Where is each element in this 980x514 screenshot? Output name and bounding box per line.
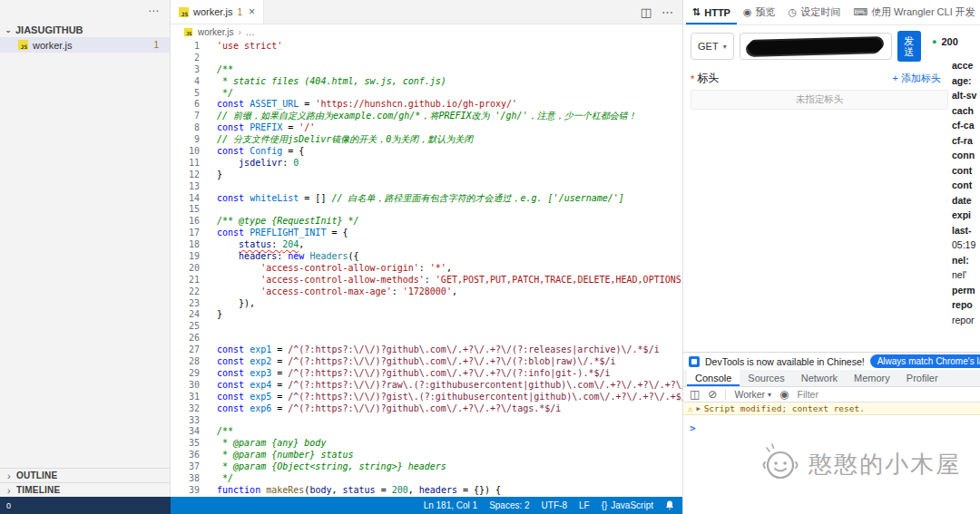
send-button[interactable]: 发送 bbox=[897, 31, 921, 62]
line-number: 10 bbox=[171, 146, 200, 158]
response-header-line: cont bbox=[952, 163, 980, 179]
status-ok-dot-icon: ● bbox=[932, 37, 936, 46]
code-line[interactable]: 19 headers: new Headers({ bbox=[171, 251, 682, 263]
outline-section-header[interactable]: › OUTLINE bbox=[0, 468, 170, 482]
timeline-label: TIMELINE bbox=[16, 485, 60, 495]
code-line[interactable]: 1'use strict' bbox=[171, 41, 682, 53]
code-line[interactable]: 6const ASSET_URL = 'https://hunshcn.gith… bbox=[171, 99, 682, 111]
code-line[interactable]: 36 * @param {number} status bbox=[171, 450, 682, 461]
timeline-section-header[interactable]: › TIMELINE bbox=[0, 482, 170, 497]
code-line[interactable]: 27const exp1 = /^(?:https?:\/\/)?github\… bbox=[171, 344, 682, 356]
line-number: 3 bbox=[171, 64, 200, 76]
code-line[interactable]: 31const exp5 = /^(?:https?:\/\/)?gist\.(… bbox=[171, 392, 682, 403]
code-line[interactable]: 37 * @param {Object<string, string>} hea… bbox=[171, 461, 682, 473]
console-filter-input[interactable]: Filter bbox=[798, 389, 818, 400]
statusbar-left-segment[interactable]: 0 bbox=[0, 497, 171, 514]
more-actions-icon[interactable]: ⋯ bbox=[148, 5, 159, 17]
code-line[interactable]: 21 'access-control-allow-methods': 'GET,… bbox=[171, 275, 682, 286]
code-line[interactable]: 38 */ bbox=[171, 473, 682, 485]
code-line[interactable]: 16/** @type {RequestInit} */ bbox=[171, 216, 682, 228]
code-line[interactable]: 18 status: 204, bbox=[171, 239, 682, 251]
code-line[interactable]: 35 * @param {any} body bbox=[171, 438, 682, 450]
devtools-tab-network[interactable]: Network bbox=[793, 370, 846, 386]
tab-workerjs[interactable]: JS worker.js 1 × bbox=[171, 0, 264, 24]
response-header-line: date bbox=[952, 193, 980, 209]
line-content: const exp6 = /^(?:https?:\/\/)?github\.c… bbox=[200, 403, 561, 415]
code-line[interactable]: 28const exp2 = /^(?:https?:\/\/)?github\… bbox=[171, 356, 682, 368]
code-line[interactable]: 3/** bbox=[171, 64, 682, 76]
clear-console-icon[interactable]: ⊘ bbox=[708, 389, 717, 400]
code-line[interactable]: 25 bbox=[171, 321, 682, 333]
worker-quick-edit-panel: ⇅HTTP◉预览◷设定时间⌨使用 Wrangler CLI 开发 GET ▾ 发… bbox=[682, 0, 980, 514]
code-line[interactable]: 7// 前缀，如果自定义路由为example.com/gh/*，将PREFIX改… bbox=[171, 111, 682, 122]
editor-actions: ◫ ⋯ bbox=[641, 0, 682, 24]
statusbar-item[interactable]: Spaces: 2 bbox=[489, 500, 529, 510]
line-number: 4 bbox=[171, 76, 200, 88]
code-line[interactable]: 30const exp4 = /^(?:https?:\/\/)?raw\.(?… bbox=[171, 380, 682, 392]
statusbar-item[interactable]: LF bbox=[579, 500, 590, 510]
method-select[interactable]: GET ▾ bbox=[691, 33, 734, 60]
code-line[interactable]: 13 bbox=[171, 181, 682, 193]
console-prompt-area[interactable]: > bbox=[683, 415, 980, 435]
statusbar-language[interactable]: {} JavaScript bbox=[602, 500, 653, 510]
chevron-down-icon: ▾ bbox=[723, 43, 727, 51]
devtools-tab-memory[interactable]: Memory bbox=[846, 370, 898, 386]
devtools-logo-icon bbox=[689, 356, 700, 367]
code-line[interactable]: 23 }), bbox=[171, 298, 682, 310]
expand-arrow-icon[interactable]: ▶ bbox=[696, 405, 700, 412]
chevron-down-icon: ▾ bbox=[768, 391, 771, 399]
split-editor-icon[interactable]: ◫ bbox=[641, 5, 652, 19]
bell-icon[interactable] bbox=[665, 500, 674, 510]
code-line[interactable]: 34/** bbox=[171, 426, 682, 438]
url-input[interactable] bbox=[740, 33, 892, 60]
tab-wrangler[interactable]: ⌨使用 Wrangler CLI 开发 bbox=[847, 0, 980, 24]
close-icon[interactable]: × bbox=[249, 5, 255, 18]
code-line[interactable]: 9// 分支文件使用jsDelivr镜像的开关，0为关闭，默认为关闭 bbox=[171, 134, 682, 146]
code-line[interactable]: 5 */ bbox=[171, 88, 682, 100]
devtools-tab-sources[interactable]: Sources bbox=[740, 370, 792, 386]
code-line[interactable]: 26 bbox=[171, 333, 682, 344]
tab-schedule[interactable]: ◷设定时间 bbox=[782, 0, 848, 24]
code-line[interactable]: 8const PREFIX = '/' bbox=[171, 122, 682, 134]
line-content: } bbox=[200, 170, 222, 181]
breadcrumb-more[interactable]: … bbox=[246, 27, 255, 37]
statusbar-item[interactable]: UTF-8 bbox=[542, 500, 567, 510]
code-line[interactable]: 24} bbox=[171, 309, 682, 321]
code-line[interactable]: 39function makeRes(body, status = 200, h… bbox=[171, 485, 682, 497]
breadcrumb[interactable]: JS worker.js › … bbox=[171, 24, 682, 39]
devtools-tab-console[interactable]: Console bbox=[687, 370, 740, 386]
statusbar-item[interactable]: Ln 181, Col 1 bbox=[424, 500, 478, 510]
devtools-console-toolbar: ◫ ⊘ Worker ▾ ◉ Filter bbox=[683, 387, 980, 402]
console-sidebar-icon[interactable]: ◫ bbox=[690, 389, 700, 400]
tab-http[interactable]: ⇅HTTP bbox=[686, 0, 737, 24]
add-header-link[interactable]: + 添加标头 bbox=[893, 72, 941, 85]
line-number: 14 bbox=[171, 193, 200, 205]
code-line[interactable]: 33 bbox=[171, 415, 682, 427]
code-editor[interactable]: 1'use strict'23/**4 * static files (404.… bbox=[171, 39, 682, 497]
console-warning-bar[interactable]: ⚠ ▶ Script modified; context reset. bbox=[683, 402, 980, 415]
eye-icon[interactable]: ◉ bbox=[779, 389, 789, 400]
code-line[interactable]: 29const exp3 = /^(?:https?:\/\/)?github\… bbox=[171, 368, 682, 380]
code-line[interactable]: 15 bbox=[171, 204, 682, 216]
code-line[interactable]: 14const whiteList = [] // 白名单，路径里面有包含字符的… bbox=[171, 193, 682, 205]
tab-preview[interactable]: ◉预览 bbox=[737, 0, 782, 24]
devtools-tab-profiler[interactable]: Profiler bbox=[898, 370, 946, 386]
code-line[interactable]: 12} bbox=[171, 170, 682, 181]
code-line[interactable]: 17const PREFLIGHT_INIT = { bbox=[171, 228, 682, 239]
line-number: 23 bbox=[171, 298, 200, 310]
file-badge: 1 bbox=[153, 40, 159, 50]
code-line[interactable]: 4 * static files (404.html, sw.js, conf.… bbox=[171, 76, 682, 88]
more-actions-icon[interactable]: ⋯ bbox=[662, 5, 673, 19]
breadcrumb-file[interactable]: worker.js bbox=[198, 27, 233, 37]
line-number: 30 bbox=[171, 380, 200, 392]
code-line[interactable]: 20 'access-control-allow-origin': '*', bbox=[171, 263, 682, 275]
explorer-file-workerjs[interactable]: JS worker.js 1 bbox=[0, 37, 170, 53]
explorer-folder-row[interactable]: ⌄ JIASUGITHUB bbox=[0, 22, 170, 37]
console-context-selector[interactable]: Worker ▾ bbox=[734, 389, 771, 400]
code-line[interactable]: 32const exp6 = /^(?:https?:\/\/)?github\… bbox=[171, 403, 682, 415]
code-line[interactable]: 22 'access-control-max-age': '1728000', bbox=[171, 286, 682, 298]
code-line[interactable]: 11 jsdelivr: 0 bbox=[171, 158, 682, 170]
code-line[interactable]: 2 bbox=[171, 53, 682, 64]
banner-match-language-button[interactable]: Always match Chrome's language bbox=[870, 354, 980, 368]
code-line[interactable]: 10const Config = { bbox=[171, 146, 682, 158]
